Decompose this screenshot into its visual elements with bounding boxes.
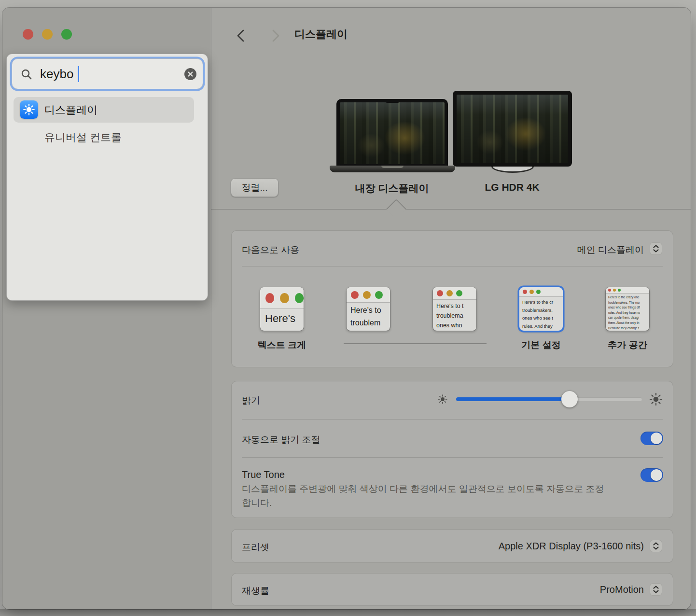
brightness-slider-track[interactable] xyxy=(456,397,642,401)
close-icon xyxy=(188,71,193,77)
desktop-background-strip: ssh-keygen xyxy=(0,609,696,616)
preset-dropdown[interactable] xyxy=(650,540,662,552)
scaling-option-default[interactable]: Here's to the cr troublemakers. ones who… xyxy=(519,287,563,331)
section-divider xyxy=(211,209,691,210)
wallpaper-forest xyxy=(457,95,568,163)
brightness-high-icon xyxy=(649,392,663,406)
sidebar: keybo xyxy=(2,8,211,609)
scaling-option-3[interactable]: Here's to t troublema ones who xyxy=(433,287,476,331)
mini-zoom-dot xyxy=(295,293,304,303)
builtin-display-label: 내장 디스플레이 xyxy=(327,182,457,195)
use-as-label: 다음으로 사용 xyxy=(242,244,299,256)
laptop-notch xyxy=(385,99,400,103)
text-cursor xyxy=(78,66,79,82)
page-title: 디스플레이 xyxy=(294,27,348,42)
search-input-value: keybo xyxy=(40,59,73,89)
mini-preview-text: Here's to t troublema ones who xyxy=(433,300,476,330)
close-button[interactable] xyxy=(23,29,33,40)
stepper-chevrons-icon xyxy=(652,244,660,253)
scaling-option-more-space[interactable]: Here's to the crazy one troublemakers. T… xyxy=(606,287,649,331)
search-result-universal-control[interactable]: 유니버설 컨트롤 xyxy=(14,126,194,149)
brightness-label: 밝기 xyxy=(242,394,260,407)
search-suggestions-panel: keybo xyxy=(6,54,208,301)
mini-zoom-dot xyxy=(618,289,621,292)
preset-value: Apple XDR Display (P3-1600 nits) xyxy=(499,541,644,552)
mini-titlebar xyxy=(519,287,563,297)
display-settings-icon xyxy=(20,100,38,119)
laptop-base xyxy=(330,166,455,172)
mini-zoom-dot xyxy=(456,290,462,296)
forward-button[interactable] xyxy=(269,29,281,42)
mini-minimize-dot xyxy=(529,290,534,294)
scaling-options-connector-line xyxy=(344,343,487,344)
mini-close-dot xyxy=(351,291,359,299)
mini-close-dot xyxy=(265,293,274,303)
search-result-label: 유니버설 컨트롤 xyxy=(44,126,122,149)
brightness-slider-thumb[interactable] xyxy=(561,391,578,407)
wallpaper-forest xyxy=(340,102,445,164)
mini-close-dot xyxy=(437,290,443,296)
traffic-lights xyxy=(23,29,72,40)
minimize-button[interactable] xyxy=(42,29,53,40)
true-tone-toggle[interactable] xyxy=(640,468,663,482)
divider xyxy=(242,419,663,420)
mini-zoom-dot xyxy=(536,290,541,294)
system-settings-window: keybo xyxy=(2,8,691,609)
laptop-base-notch xyxy=(381,166,404,168)
clear-search-button[interactable] xyxy=(184,68,196,80)
preset-card: 프리셋 Apple XDR Display (P3-1600 nits) xyxy=(232,530,673,562)
brightness-sun-icon xyxy=(23,103,35,116)
external-display-label: LG HDR 4K xyxy=(464,182,560,193)
mini-preview-text: Here's to troublem xyxy=(347,303,390,329)
auto-brightness-label: 자동으로 밝기 조절 xyxy=(242,434,320,446)
brightness-card: 밝기 xyxy=(232,381,673,518)
brightness-slider-fill xyxy=(456,397,570,401)
mini-titlebar xyxy=(433,287,476,300)
mini-close-dot xyxy=(608,289,611,292)
refresh-rate-label: 재생률 xyxy=(242,585,269,597)
search-result-displays[interactable]: 디스플레이 xyxy=(14,97,194,123)
mini-minimize-dot xyxy=(613,289,616,292)
true-tone-label: True Tone xyxy=(242,469,285,480)
builtin-display-thumbnail[interactable] xyxy=(336,99,448,168)
toggle-knob xyxy=(651,433,662,444)
true-tone-description: 디스플레이를 주변광에 맞춰 색상이 다른 환경에서도 일관적으로 보이도록 자… xyxy=(242,482,609,510)
scaling-label-larger-text: 텍스트 크게 xyxy=(243,339,320,351)
display-mode-card: 다음으로 사용 메인 디스플레이 Here's Here's to troubl… xyxy=(232,231,673,367)
mini-preview-text: Here's to the crazy one troublemakers. T… xyxy=(606,294,649,331)
toggle-knob xyxy=(651,469,662,481)
desktop: ssh-keygen keybo xyxy=(0,0,696,616)
stepper-chevrons-icon xyxy=(652,585,660,594)
sidebar-divider xyxy=(211,8,211,609)
scaling-option-larger-text[interactable]: Here's xyxy=(260,287,304,331)
search-icon xyxy=(20,68,33,81)
mini-minimize-dot xyxy=(280,293,289,303)
use-as-dropdown[interactable] xyxy=(650,242,662,255)
search-input[interactable]: keybo xyxy=(12,58,203,89)
auto-brightness-toggle[interactable] xyxy=(640,432,663,445)
brightness-low-icon xyxy=(437,394,448,405)
arrange-button[interactable]: 정렬... xyxy=(231,178,278,197)
stepper-chevrons-icon xyxy=(652,542,660,550)
mini-minimize-dot xyxy=(446,290,453,296)
mini-titlebar xyxy=(347,287,390,303)
mini-preview-text: Here's xyxy=(260,309,304,325)
scaling-label-more-space: 추가 공간 xyxy=(589,339,666,351)
external-display-thumbnail[interactable] xyxy=(453,91,572,167)
refresh-rate-value: ProMotion xyxy=(600,584,644,595)
preset-label: 프리셋 xyxy=(242,541,269,554)
back-button[interactable] xyxy=(235,29,248,42)
mini-titlebar xyxy=(606,287,649,294)
mini-minimize-dot xyxy=(363,291,371,299)
mini-close-dot xyxy=(523,290,527,294)
refresh-rate-dropdown[interactable] xyxy=(650,583,662,596)
divider xyxy=(242,266,663,266)
arrange-button-label: 정렬... xyxy=(242,182,268,194)
scaling-label-default: 기본 설정 xyxy=(502,339,580,351)
scaling-option-2[interactable]: Here's to troublem xyxy=(347,287,390,331)
mini-zoom-dot xyxy=(375,291,383,299)
zoom-button[interactable] xyxy=(61,29,72,40)
use-as-value: 메인 디스플레이 xyxy=(577,244,644,256)
refresh-rate-card: 재생률 ProMotion xyxy=(232,574,673,605)
mini-preview-text: Here's to the cr troublemakers. ones who… xyxy=(519,297,563,330)
